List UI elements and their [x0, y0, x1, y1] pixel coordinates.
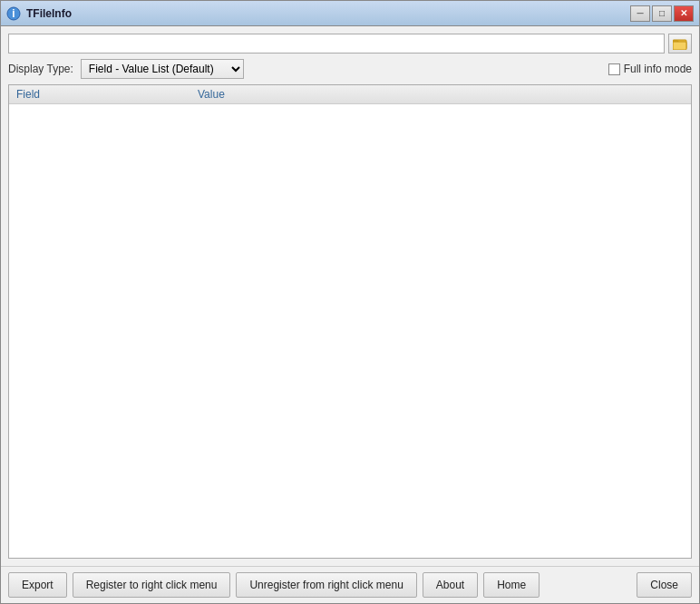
main-window: i TFileInfo ─ □ ✕ Display Type:	[0, 0, 700, 604]
window-icon: i	[6, 6, 21, 21]
window-title: TFileInfo	[26, 7, 630, 20]
data-table: Field Value	[9, 85, 691, 104]
title-bar: i TFileInfo ─ □ ✕	[1, 1, 699, 26]
register-button[interactable]: Register to right click menu	[73, 572, 231, 598]
folder-icon	[673, 37, 687, 50]
file-path-input[interactable]	[8, 34, 665, 54]
svg-rect-4	[673, 42, 686, 50]
export-button[interactable]: Export	[8, 572, 67, 598]
home-button[interactable]: Home	[483, 572, 540, 598]
full-info-label: Full info mode	[624, 63, 692, 75]
file-path-row	[8, 34, 692, 54]
svg-text:i: i	[12, 7, 15, 20]
display-type-label: Display Type:	[8, 63, 73, 75]
close-button[interactable]: Close	[637, 572, 692, 598]
column-header-value: Value	[190, 85, 691, 104]
full-info-checkbox[interactable]	[608, 63, 620, 75]
table-header-row: Field Value	[9, 85, 691, 104]
display-type-select[interactable]: Field - Value List (Default) Detailed Su…	[81, 59, 244, 79]
display-type-row: Display Type: Field - Value List (Defaul…	[8, 59, 692, 79]
content-area: Display Type: Field - Value List (Defaul…	[1, 26, 699, 566]
full-info-area: Full info mode	[608, 63, 692, 75]
close-title-button[interactable]: ✕	[674, 5, 694, 22]
maximize-button[interactable]: □	[652, 5, 672, 22]
column-header-field: Field	[9, 85, 190, 104]
unregister-button[interactable]: Unregister from right click menu	[236, 572, 416, 598]
bottom-bar: Export Register to right click menu Unre…	[1, 566, 699, 603]
minimize-button[interactable]: ─	[630, 5, 650, 22]
title-bar-controls: ─ □ ✕	[630, 5, 694, 22]
data-table-container[interactable]: Field Value	[8, 84, 692, 559]
browse-button[interactable]	[668, 34, 692, 54]
about-button[interactable]: About	[423, 572, 478, 598]
